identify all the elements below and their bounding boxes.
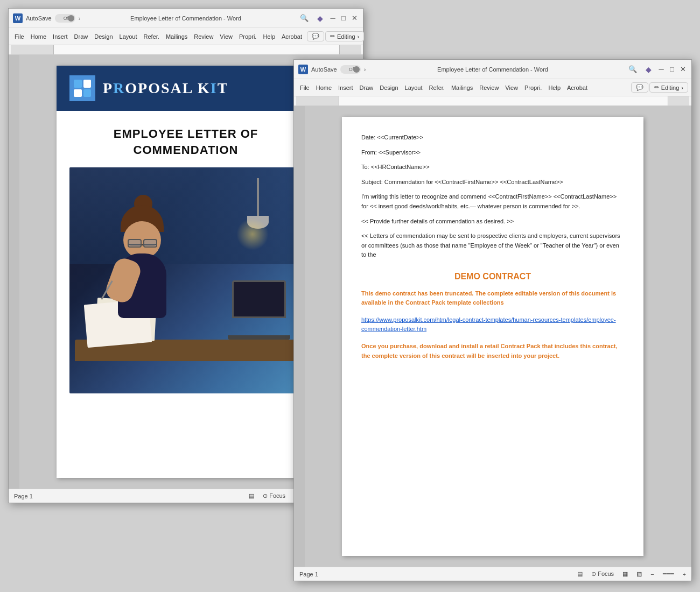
menu-mailings-1[interactable]: Mailings xyxy=(163,32,190,41)
ruler-1 xyxy=(9,45,363,55)
focus-btn-1[interactable]: ⊙ Focus xyxy=(263,492,285,499)
autosave-toggle-1[interactable]: Off xyxy=(55,14,75,23)
menu-propri-1[interactable]: Propri. xyxy=(236,32,259,41)
zoom-in-2[interactable]: + xyxy=(683,571,686,577)
ruler-margin-right-1 xyxy=(339,45,361,54)
pencil-icon-2: ✏ xyxy=(654,84,659,91)
zoom-out-2[interactable]: − xyxy=(650,571,654,577)
menu-view-2[interactable]: View xyxy=(502,83,521,93)
title-bar-left-1: W AutoSave Off › xyxy=(13,13,100,23)
logo-cell-4 xyxy=(83,89,92,97)
demo-link[interactable]: https://www.proposalkit.com/htm/legal-co… xyxy=(361,315,624,334)
page-status-2: Page 1 xyxy=(299,571,318,577)
diamond-icon-1: ◆ xyxy=(314,13,326,24)
menu-references-2[interactable]: Refer. xyxy=(426,83,447,93)
menu-insert-2[interactable]: Insert xyxy=(335,83,356,93)
logo-cell-3 xyxy=(74,89,82,97)
comment-button-1[interactable]: 💬 xyxy=(307,31,324,41)
menu-home-2[interactable]: Home xyxy=(313,83,334,93)
ruler-center-2 xyxy=(339,96,668,105)
letter-body-p2: << Provide further details of commendati… xyxy=(361,217,624,227)
woman-glasses xyxy=(128,238,157,245)
comment-icon-2: 💬 xyxy=(636,84,643,91)
minimize-button-1[interactable]: ─ xyxy=(328,14,337,23)
menu-mailings-2[interactable]: Mailings xyxy=(449,83,475,93)
letter-subject: Subject: Commendation for <<ContractFirs… xyxy=(361,178,624,187)
pk-logo-grid xyxy=(74,80,91,97)
menu-layout-1[interactable]: Layout xyxy=(117,32,140,41)
menu-layout-2[interactable]: Layout xyxy=(402,83,425,93)
search-button-1[interactable]: 🔍 xyxy=(297,13,312,23)
lamp xyxy=(257,178,259,221)
letter-body-p3: << Letters of commendation may be sent t… xyxy=(361,231,624,260)
doc-area-2: Date: <<CurrentDate>> From: <<Supervisor… xyxy=(294,106,691,567)
letter-from: From: <<Supervisor>> xyxy=(361,148,624,158)
close-button-1[interactable]: ✕ xyxy=(350,14,359,23)
lamp-light xyxy=(236,218,269,250)
autosave-toggle-2[interactable]: Off xyxy=(340,65,361,74)
menu-review-2[interactable]: Review xyxy=(477,83,501,93)
cover-doc-title: EMPLOYEE LETTER OF COMMENDATION xyxy=(57,111,315,167)
zoom-slider-2[interactable]: ━━━ xyxy=(663,570,674,577)
ruler-center-1 xyxy=(54,45,339,54)
menu-review-1[interactable]: Review xyxy=(191,32,216,41)
word-logo-1: W xyxy=(13,13,23,23)
ruler-margin-left-1 xyxy=(11,45,54,54)
menu-draw-1[interactable]: Draw xyxy=(72,32,91,41)
menu-design-2[interactable]: Design xyxy=(377,83,401,93)
logo-cell-2 xyxy=(83,80,92,88)
letter-body: Date: <<CurrentDate>> From: <<Supervisor… xyxy=(361,133,624,361)
close-button-2[interactable]: ✕ xyxy=(678,65,687,74)
menu-propri-2[interactable]: Propri. xyxy=(522,83,544,93)
comment-button-2[interactable]: 💬 xyxy=(631,82,648,93)
web-layout-icon-2[interactable]: ▧ xyxy=(636,570,642,577)
menu-references-1[interactable]: Refer. xyxy=(141,32,162,41)
editing-label-2: Editing xyxy=(661,84,680,91)
read-mode-icon-2[interactable]: ▤ xyxy=(577,570,583,577)
menu-draw-2[interactable]: Draw xyxy=(357,83,376,93)
logo-cell-1 xyxy=(74,80,82,88)
search-button-2[interactable]: 🔍 xyxy=(625,64,640,74)
editing-chevron-2: › xyxy=(681,84,683,91)
laptop-screen xyxy=(232,280,286,318)
focus-btn-2[interactable]: ⊙ Focus xyxy=(591,570,614,577)
menu-help-2[interactable]: Help xyxy=(545,83,563,93)
doc-gutter-1 xyxy=(9,55,19,489)
demo-purchase-text: Once you purchase, download and install … xyxy=(361,342,624,361)
maximize-button-1[interactable]: □ xyxy=(339,14,348,23)
cover-illustration xyxy=(69,167,302,393)
title-controls-2: 🔍 ◆ ─ □ ✕ xyxy=(590,64,688,75)
autosave-label-1: AutoSave xyxy=(26,15,52,22)
letter-to: To: <<HRContactName>> xyxy=(361,163,624,172)
cover-doc-heading: EMPLOYEE LETTER OF COMMENDATION xyxy=(69,126,302,158)
ruler-inner-2 xyxy=(296,96,689,105)
menu-insert-1[interactable]: Insert xyxy=(50,32,71,41)
laptop-base xyxy=(228,335,290,340)
title-center-2: Employee Letter of Commendation - Word xyxy=(396,66,590,73)
menu-file-2[interactable]: File xyxy=(297,83,312,93)
print-layout-icon-2[interactable]: ▦ xyxy=(622,570,628,577)
editing-button-2[interactable]: ✏ Editing › xyxy=(649,82,688,93)
ruler-inner-1 xyxy=(11,45,361,54)
title-chevron-1: › xyxy=(79,15,81,22)
minimize-button-2[interactable]: ─ xyxy=(657,65,666,74)
pk-logo-box xyxy=(69,75,95,101)
cover-header: PROPOSAL KIT xyxy=(57,66,315,111)
menu-help-1[interactable]: Help xyxy=(260,32,278,41)
demo-contract-title: DEMO CONTRACT xyxy=(361,270,624,284)
title-bar-2: W AutoSave Off › Employee Letter of Comm… xyxy=(294,60,691,79)
page-2: Date: <<CurrentDate>> From: <<Supervisor… xyxy=(342,117,643,556)
menu-view-1[interactable]: View xyxy=(217,32,235,41)
word-window-2: W AutoSave Off › Employee Letter of Comm… xyxy=(293,59,692,581)
menu-design-1[interactable]: Design xyxy=(92,32,115,41)
read-mode-icon-1[interactable]: ▤ xyxy=(249,492,254,499)
word-logo-2: W xyxy=(298,65,308,74)
editing-button-1[interactable]: ✏ Editing › xyxy=(325,31,364,41)
menu-file-1[interactable]: File xyxy=(12,32,27,41)
maximize-button-2[interactable]: □ xyxy=(668,65,676,74)
title-bar-1: W AutoSave Off › Employee Letter of Comm… xyxy=(9,9,363,28)
menu-home-1[interactable]: Home xyxy=(28,32,49,41)
pencil-icon-1: ✏ xyxy=(330,33,335,40)
menu-acrobat-1[interactable]: Acrobat xyxy=(279,32,305,41)
menu-acrobat-2[interactable]: Acrobat xyxy=(564,83,590,93)
